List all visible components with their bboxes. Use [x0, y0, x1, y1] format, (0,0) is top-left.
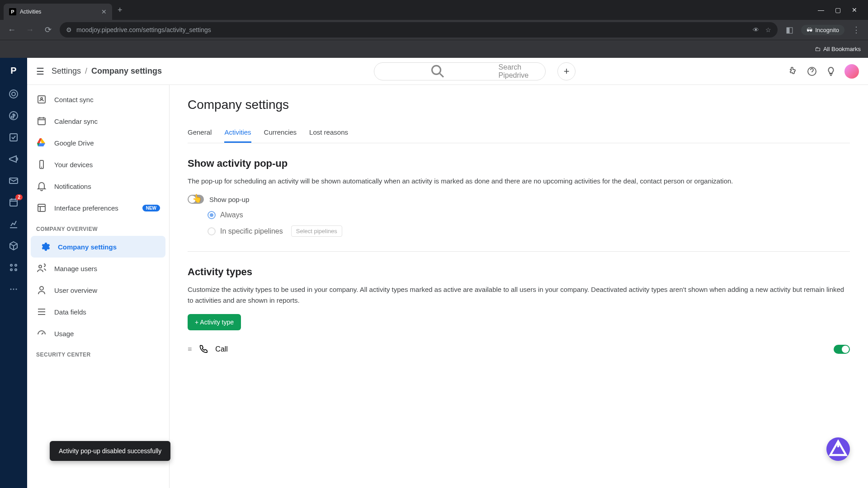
browser-tab[interactable]: P Activities ✕ [4, 4, 112, 20]
drag-handle-icon[interactable]: ≡ [188, 345, 192, 353]
site-settings-icon[interactable]: ⚙ [66, 26, 72, 33]
rail-mail-icon[interactable] [8, 175, 19, 186]
sidepanel-icon[interactable]: ◧ [783, 25, 796, 35]
breadcrumb-root[interactable]: Settings [52, 66, 81, 75]
svg-point-0 [9, 90, 18, 98]
help-icon[interactable] [807, 66, 817, 77]
incognito-badge[interactable]: 🕶 Incognito [801, 25, 844, 35]
breadcrumb-separator: / [85, 66, 87, 75]
contact-sync-icon [36, 94, 47, 105]
tab-close-icon[interactable]: ✕ [101, 8, 107, 15]
popup-radio-group: Always In specific pipelines Select pipe… [208, 211, 850, 237]
radio-label: Always [220, 211, 243, 219]
svg-point-16 [41, 98, 42, 99]
bell-icon [36, 181, 47, 192]
tab-currencies[interactable]: Currencies [264, 123, 297, 143]
sidebar-item-calendar-sync[interactable]: Calendar sync [27, 110, 169, 132]
sidebar-item-your-devices[interactable]: Your devices [27, 154, 169, 175]
radio-specific-pipelines[interactable]: In specific pipelines Select pipelines [208, 225, 850, 237]
phone-icon [199, 344, 208, 355]
section-title-popup: Show activity pop-up [188, 158, 850, 169]
page-content: Company settings General Activities Curr… [170, 85, 868, 488]
sidebar-item-usage[interactable]: Usage [27, 323, 169, 344]
svg-point-11 [13, 289, 14, 290]
sidebar-item-label: Manage users [54, 265, 97, 272]
sidebar-item-label: Interface preferences [54, 204, 118, 212]
svg-point-21 [40, 286, 43, 290]
svg-point-20 [39, 265, 42, 268]
search-input[interactable]: Search Pipedrive [374, 62, 546, 80]
rail-apps-icon[interactable] [8, 262, 19, 273]
sidebar-item-manage-users[interactable]: Manage users [27, 258, 169, 279]
select-pipelines-button[interactable]: Select pipelines [291, 225, 342, 237]
svg-point-10 [10, 289, 12, 290]
rail-calendar-icon[interactable]: 2 [8, 197, 19, 208]
close-window-button[interactable]: ✕ [852, 6, 857, 14]
activity-active-toggle[interactable] [834, 345, 850, 354]
settings-sidebar: Contact sync Calendar sync Google Drive … [27, 85, 170, 488]
content-row: Contact sync Calendar sync Google Drive … [27, 85, 868, 488]
add-activity-type-button[interactable]: + Activity type [188, 314, 241, 330]
sidebar-item-interface-preferences[interactable]: Interface preferences NEW [27, 197, 169, 219]
help-fab[interactable] [826, 437, 850, 461]
rail-more-icon[interactable] [8, 284, 19, 295]
radio-always[interactable]: Always [208, 211, 850, 219]
puzzle-icon[interactable] [788, 66, 798, 77]
all-bookmarks-button[interactable]: 🗀 All Bookmarks [815, 46, 861, 52]
app-root: P 2 ☰ Settings / Company settings Search… [0, 58, 868, 488]
section-divider [188, 251, 850, 252]
pipedrive-logo[interactable]: P [6, 63, 21, 78]
gear-icon [40, 241, 51, 252]
forward-button[interactable]: → [24, 25, 36, 35]
svg-rect-19 [38, 204, 45, 211]
svg-point-6 [10, 264, 12, 266]
reload-button[interactable]: ⟳ [42, 25, 54, 35]
svg-point-1 [12, 92, 15, 96]
address-bar[interactable]: ⚙ moodjoy.pipedrive.com/settings/activit… [60, 22, 778, 38]
svg-point-7 [15, 264, 17, 266]
new-tab-button[interactable]: + [118, 5, 123, 15]
sidebar-item-notifications[interactable]: Notifications [27, 175, 169, 197]
add-button[interactable]: + [557, 62, 576, 80]
sidebar-item-data-fields[interactable]: Data fields [27, 301, 169, 323]
rail-chart-icon[interactable] [8, 219, 19, 230]
back-button[interactable]: ← [5, 25, 18, 35]
menu-icon[interactable]: ⋮ [850, 25, 863, 35]
svg-point-12 [16, 289, 17, 290]
sidebar-item-company-settings[interactable]: Company settings [31, 236, 165, 258]
bulb-icon[interactable] [826, 66, 836, 77]
search-icon [382, 63, 494, 80]
maximize-button[interactable]: ▢ [835, 6, 841, 14]
page-title: Company settings [188, 98, 850, 112]
rail-megaphone-icon[interactable] [8, 154, 19, 164]
browser-chrome: P Activities ✕ + — ▢ ✕ ← → ⟳ ⚙ moodjoy.p… [0, 0, 868, 58]
sidebar-item-label: Contact sync [54, 96, 94, 103]
sidebar-item-contact-sync[interactable]: Contact sync [27, 89, 169, 110]
main-column: ☰ Settings / Company settings Search Pip… [27, 58, 868, 488]
sidebar-toggle-icon[interactable]: ☰ [36, 66, 44, 77]
tab-lost-reasons[interactable]: Lost reasons [309, 123, 348, 143]
rail-check-icon[interactable] [8, 132, 19, 143]
rail-badge: 2 [15, 194, 23, 200]
tab-general[interactable]: General [188, 123, 212, 143]
tab-bar: P Activities ✕ + — ▢ ✕ [0, 0, 868, 20]
rail-dollar-icon[interactable] [8, 110, 19, 121]
radio-icon [208, 211, 216, 219]
sidebar-item-user-overview[interactable]: User overview [27, 279, 169, 301]
rail-box-icon[interactable] [8, 240, 19, 251]
bookmark-star-icon[interactable]: ☆ [765, 26, 771, 33]
sidebar-item-label: User overview [54, 286, 97, 294]
sidebar-item-label: Usage [54, 330, 74, 338]
minimize-button[interactable]: — [818, 6, 824, 14]
show-popup-toggle[interactable] [188, 195, 204, 204]
svg-rect-5 [10, 199, 17, 206]
top-header: ☰ Settings / Company settings Search Pip… [27, 58, 868, 85]
section-title-types: Activity types [188, 266, 850, 278]
tab-activities[interactable]: Activities [224, 123, 251, 143]
eye-off-icon[interactable]: 👁 [753, 26, 759, 33]
avatar[interactable] [844, 64, 859, 79]
activity-type-row: ≡ Call [188, 338, 850, 361]
rail-target-icon[interactable] [8, 89, 19, 99]
user-icon [36, 285, 47, 296]
sidebar-item-google-drive[interactable]: Google Drive [27, 132, 169, 154]
